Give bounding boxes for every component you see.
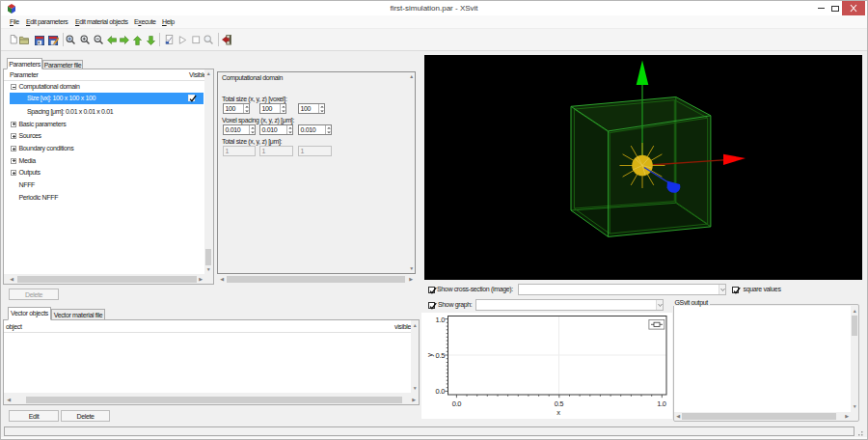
svg-text:0.0: 0.0: [452, 399, 462, 408]
svg-text:x: x: [556, 408, 560, 417]
svg-text:0.0: 0.0: [436, 387, 446, 396]
svg-text:0.5: 0.5: [555, 399, 564, 408]
svg-text:1.0: 1.0: [657, 399, 666, 408]
svg-text:0.5: 0.5: [436, 351, 446, 360]
svg-text:y: y: [425, 353, 434, 357]
svg-text:1.0: 1.0: [436, 316, 446, 324]
